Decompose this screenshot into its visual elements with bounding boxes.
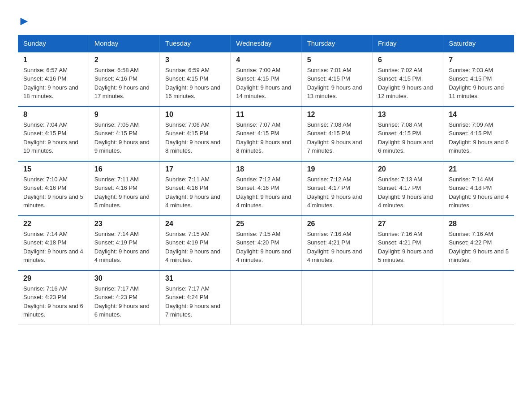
day-number: 15 xyxy=(23,165,83,173)
day-number: 2 xyxy=(94,56,154,64)
day-info: Sunrise: 7:14 AM Sunset: 4:19 PM Dayligh… xyxy=(94,230,154,265)
day-info: Sunrise: 7:16 AM Sunset: 4:21 PM Dayligh… xyxy=(307,230,367,265)
calendar-cell: 28 Sunrise: 7:16 AM Sunset: 4:22 PM Dayl… xyxy=(443,216,514,270)
calendar-cell: 2 Sunrise: 6:58 AM Sunset: 4:16 PM Dayli… xyxy=(89,52,159,107)
day-number: 1 xyxy=(23,56,83,64)
calendar-table: SundayMondayTuesdayWednesdayThursdayFrid… xyxy=(18,35,514,325)
day-number: 11 xyxy=(236,111,296,119)
week-row-2: 8 Sunrise: 7:04 AM Sunset: 4:15 PM Dayli… xyxy=(18,107,514,161)
logo-arrow-shape: ► xyxy=(18,13,30,29)
day-number: 4 xyxy=(236,56,296,64)
day-info: Sunrise: 7:10 AM Sunset: 4:16 PM Dayligh… xyxy=(23,175,83,210)
header-day-tuesday: Tuesday xyxy=(160,35,231,52)
day-info: Sunrise: 7:05 AM Sunset: 4:15 PM Dayligh… xyxy=(94,120,154,155)
day-info: Sunrise: 7:15 AM Sunset: 4:20 PM Dayligh… xyxy=(236,230,296,265)
week-row-3: 15 Sunrise: 7:10 AM Sunset: 4:16 PM Dayl… xyxy=(18,161,514,216)
day-info: Sunrise: 7:04 AM Sunset: 4:15 PM Dayligh… xyxy=(23,120,83,155)
day-info: Sunrise: 7:03 AM Sunset: 4:15 PM Dayligh… xyxy=(449,66,509,101)
calendar-cell: 13 Sunrise: 7:08 AM Sunset: 4:15 PM Dayl… xyxy=(372,107,443,161)
day-number: 21 xyxy=(449,165,509,173)
week-row-5: 29 Sunrise: 7:16 AM Sunset: 4:23 PM Dayl… xyxy=(18,270,514,325)
calendar-cell: 11 Sunrise: 7:07 AM Sunset: 4:15 PM Dayl… xyxy=(231,107,301,161)
day-info: Sunrise: 7:09 AM Sunset: 4:15 PM Dayligh… xyxy=(449,120,509,155)
calendar-cell: 31 Sunrise: 7:17 AM Sunset: 4:24 PM Dayl… xyxy=(160,270,231,325)
calendar-cell: 16 Sunrise: 7:11 AM Sunset: 4:16 PM Dayl… xyxy=(89,161,159,216)
day-number: 5 xyxy=(307,56,367,64)
day-number: 13 xyxy=(378,111,438,119)
calendar-cell xyxy=(231,270,301,325)
day-info: Sunrise: 7:16 AM Sunset: 4:21 PM Dayligh… xyxy=(378,230,438,265)
day-info: Sunrise: 7:17 AM Sunset: 4:23 PM Dayligh… xyxy=(94,284,154,319)
day-number: 25 xyxy=(236,220,296,228)
calendar-cell: 23 Sunrise: 7:14 AM Sunset: 4:19 PM Dayl… xyxy=(89,216,159,270)
day-info: Sunrise: 7:00 AM Sunset: 4:15 PM Dayligh… xyxy=(236,66,296,101)
day-number: 14 xyxy=(449,111,509,119)
calendar-cell xyxy=(372,270,443,325)
day-info: Sunrise: 7:08 AM Sunset: 4:15 PM Dayligh… xyxy=(307,120,367,155)
day-info: Sunrise: 7:01 AM Sunset: 4:15 PM Dayligh… xyxy=(307,66,367,101)
calendar-cell: 17 Sunrise: 7:11 AM Sunset: 4:16 PM Dayl… xyxy=(160,161,231,216)
day-number: 19 xyxy=(307,165,367,173)
week-row-4: 22 Sunrise: 7:14 AM Sunset: 4:18 PM Dayl… xyxy=(18,216,514,270)
day-info: Sunrise: 7:08 AM Sunset: 4:15 PM Dayligh… xyxy=(378,120,438,155)
calendar-cell: 27 Sunrise: 7:16 AM Sunset: 4:21 PM Dayl… xyxy=(372,216,443,270)
header-day-monday: Monday xyxy=(89,35,159,52)
day-info: Sunrise: 7:13 AM Sunset: 4:17 PM Dayligh… xyxy=(378,175,438,210)
calendar-cell: 18 Sunrise: 7:12 AM Sunset: 4:16 PM Dayl… xyxy=(231,161,301,216)
calendar-cell: 24 Sunrise: 7:15 AM Sunset: 4:19 PM Dayl… xyxy=(160,216,231,270)
calendar-cell: 6 Sunrise: 7:02 AM Sunset: 4:15 PM Dayli… xyxy=(372,52,443,107)
calendar-cell: 4 Sunrise: 7:00 AM Sunset: 4:15 PM Dayli… xyxy=(231,52,301,107)
day-number: 29 xyxy=(23,274,83,283)
header-day-friday: Friday xyxy=(372,35,443,52)
calendar-cell: 19 Sunrise: 7:12 AM Sunset: 4:17 PM Dayl… xyxy=(301,161,372,216)
calendar-cell: 7 Sunrise: 7:03 AM Sunset: 4:15 PM Dayli… xyxy=(443,52,514,107)
day-number: 30 xyxy=(94,274,154,283)
day-info: Sunrise: 7:16 AM Sunset: 4:22 PM Dayligh… xyxy=(449,230,509,265)
calendar-cell: 25 Sunrise: 7:15 AM Sunset: 4:20 PM Dayl… xyxy=(231,216,301,270)
day-number: 17 xyxy=(165,165,225,173)
day-number: 3 xyxy=(165,56,225,64)
day-number: 9 xyxy=(94,111,154,119)
calendar-cell: 12 Sunrise: 7:08 AM Sunset: 4:15 PM Dayl… xyxy=(301,107,372,161)
calendar-cell: 21 Sunrise: 7:14 AM Sunset: 4:18 PM Dayl… xyxy=(443,161,514,216)
logo: ► xyxy=(18,13,30,26)
day-number: 23 xyxy=(94,220,154,228)
header-row: SundayMondayTuesdayWednesdayThursdayFrid… xyxy=(18,35,514,52)
day-info: Sunrise: 7:11 AM Sunset: 4:16 PM Dayligh… xyxy=(94,175,154,210)
day-number: 7 xyxy=(449,56,509,64)
calendar-cell: 1 Sunrise: 6:57 AM Sunset: 4:16 PM Dayli… xyxy=(18,52,89,107)
day-info: Sunrise: 7:11 AM Sunset: 4:16 PM Dayligh… xyxy=(165,175,225,210)
day-number: 20 xyxy=(378,165,438,173)
day-info: Sunrise: 6:58 AM Sunset: 4:16 PM Dayligh… xyxy=(94,66,154,101)
day-number: 28 xyxy=(449,220,509,228)
calendar-cell xyxy=(443,270,514,325)
day-info: Sunrise: 7:12 AM Sunset: 4:16 PM Dayligh… xyxy=(236,175,296,210)
header-day-thursday: Thursday xyxy=(301,35,372,52)
calendar-cell: 15 Sunrise: 7:10 AM Sunset: 4:16 PM Dayl… xyxy=(18,161,89,216)
day-number: 22 xyxy=(23,220,83,228)
day-info: Sunrise: 7:16 AM Sunset: 4:23 PM Dayligh… xyxy=(23,284,83,319)
calendar-cell: 26 Sunrise: 7:16 AM Sunset: 4:21 PM Dayl… xyxy=(301,216,372,270)
day-info: Sunrise: 7:02 AM Sunset: 4:15 PM Dayligh… xyxy=(378,66,438,101)
calendar-header: SundayMondayTuesdayWednesdayThursdayFrid… xyxy=(18,35,514,52)
day-number: 27 xyxy=(378,220,438,228)
day-number: 24 xyxy=(165,220,225,228)
calendar-cell: 3 Sunrise: 6:59 AM Sunset: 4:15 PM Dayli… xyxy=(160,52,231,107)
day-info: Sunrise: 7:12 AM Sunset: 4:17 PM Dayligh… xyxy=(307,175,367,210)
header-day-sunday: Sunday xyxy=(18,35,89,52)
week-row-1: 1 Sunrise: 6:57 AM Sunset: 4:16 PM Dayli… xyxy=(18,52,514,107)
day-info: Sunrise: 7:17 AM Sunset: 4:24 PM Dayligh… xyxy=(165,284,225,319)
page-header: ► xyxy=(18,13,514,26)
calendar-cell: 20 Sunrise: 7:13 AM Sunset: 4:17 PM Dayl… xyxy=(372,161,443,216)
calendar-cell: 14 Sunrise: 7:09 AM Sunset: 4:15 PM Dayl… xyxy=(443,107,514,161)
calendar-body: 1 Sunrise: 6:57 AM Sunset: 4:16 PM Dayli… xyxy=(18,52,514,325)
calendar-cell xyxy=(301,270,372,325)
header-day-wednesday: Wednesday xyxy=(231,35,301,52)
day-info: Sunrise: 7:14 AM Sunset: 4:18 PM Dayligh… xyxy=(449,175,509,210)
calendar-cell: 5 Sunrise: 7:01 AM Sunset: 4:15 PM Dayli… xyxy=(301,52,372,107)
day-info: Sunrise: 7:14 AM Sunset: 4:18 PM Dayligh… xyxy=(23,230,83,265)
day-number: 12 xyxy=(307,111,367,119)
calendar-cell: 30 Sunrise: 7:17 AM Sunset: 4:23 PM Dayl… xyxy=(89,270,159,325)
day-number: 6 xyxy=(378,56,438,64)
day-info: Sunrise: 6:57 AM Sunset: 4:16 PM Dayligh… xyxy=(23,66,83,101)
